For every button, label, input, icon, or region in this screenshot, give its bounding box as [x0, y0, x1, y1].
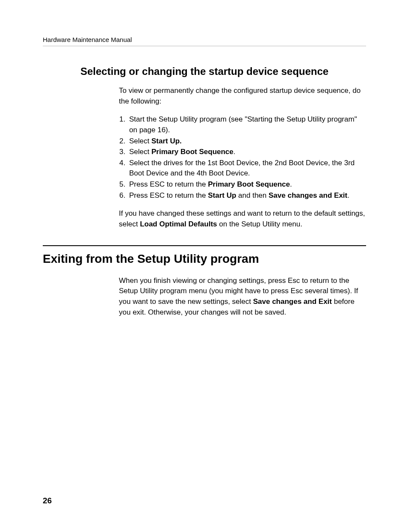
header-rule — [43, 46, 366, 46]
step-4: Select the drives for the 1st Boot Devic… — [127, 158, 366, 179]
section2-body: When you finish viewing or changing sett… — [80, 276, 366, 318]
step-1-text: Start the Setup Utility program (see "St… — [129, 115, 357, 134]
section-heading-selecting: Selecting or changing the startup device… — [80, 65, 366, 78]
step-3-bold: Primary Boot Sequence — [151, 148, 234, 156]
step-6-bold-b: Start Up — [208, 191, 236, 199]
section1-steps: Start the Setup Utility program (see "St… — [119, 114, 366, 201]
page-number: 26 — [43, 496, 52, 505]
section-heading-exiting: Exiting from the Setup Utility program — [43, 251, 366, 266]
section1-outro-c: on the Setup Utility menu. — [217, 220, 302, 228]
step-6: Press ESC to return the Start Up and the… — [127, 190, 366, 201]
step-2: Select Start Up. — [127, 136, 366, 147]
step-5-text-c: . — [290, 180, 292, 188]
step-6-text-e: . — [347, 191, 349, 199]
step-6-text-a: Press ESC to return the — [129, 191, 208, 199]
section2-body-bold: Save changes and Exit — [253, 297, 332, 306]
section1-outro-bold: Load Optimal Defaults — [140, 220, 217, 228]
step-5-bold: Primary Boot Sequence — [208, 180, 290, 188]
step-5: Press ESC to return the Primary Boot Seq… — [127, 179, 366, 190]
step-2-bold: Start Up. — [151, 137, 182, 145]
page: Hardware Maintenance Manual Selecting or… — [0, 0, 408, 532]
section1-outro: If you have changed these settings and w… — [119, 208, 366, 229]
step-3-text-c: . — [234, 148, 236, 156]
step-3-text-a: Select — [129, 148, 151, 156]
step-3: Select Primary Boot Sequence. — [127, 147, 366, 158]
section1-intro: To view or permanently change the config… — [119, 86, 366, 107]
section2-paragraph: When you finish viewing or changing sett… — [119, 276, 366, 318]
step-2-text-a: Select — [129, 137, 151, 145]
step-6-text-c: and then — [236, 191, 269, 199]
section-rule — [43, 245, 366, 246]
section2-content: When you finish viewing or changing sett… — [43, 276, 366, 318]
step-4-text: Select the drives for the 1st Boot Devic… — [129, 159, 355, 178]
running-header: Hardware Maintenance Manual — [43, 36, 366, 43]
step-5-text-a: Press ESC to return the — [129, 180, 208, 188]
step-1: Start the Setup Utility program (see "St… — [127, 114, 366, 135]
content-area: Selecting or changing the startup device… — [43, 65, 366, 230]
section1-body: To view or permanently change the config… — [80, 86, 366, 230]
step-6-bold-d: Save changes and Exit — [269, 191, 347, 199]
